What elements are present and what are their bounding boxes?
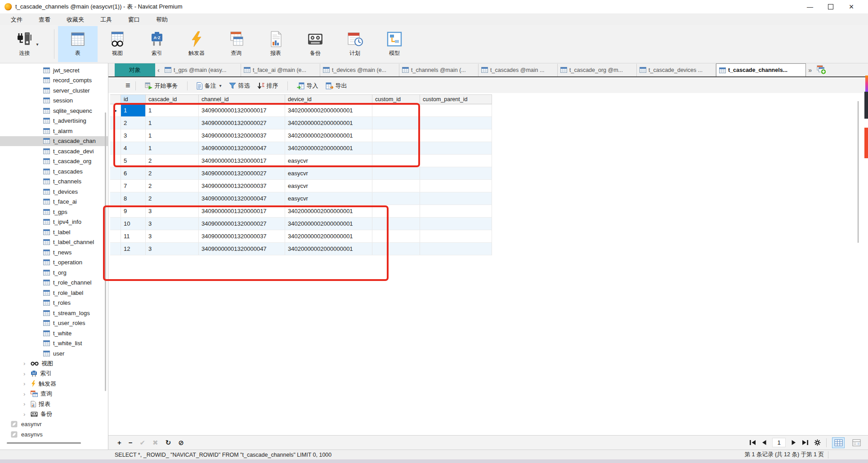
sidebar-table-t_roles[interactable]: t_roles	[0, 298, 108, 308]
tab-objects[interactable]: 对象	[115, 63, 155, 76]
cell[interactable]: 34090000001320000037	[199, 180, 285, 192]
sidebar-connection-easynvs[interactable]: easynvs	[0, 429, 108, 440]
sidebar-table-t_operation[interactable]: t_operation	[0, 258, 108, 268]
sidebar-group-报表[interactable]: ›报表	[0, 399, 108, 410]
cell[interactable]: 8	[121, 192, 146, 205]
grid-menu-icon[interactable]: ≡	[125, 81, 130, 90]
prev-page-button[interactable]	[761, 440, 767, 445]
refresh-button[interactable]: ↻	[166, 439, 171, 447]
new-tab-button[interactable]	[817, 65, 827, 75]
cell[interactable]: 34090000001320000047	[199, 142, 285, 155]
stop-button[interactable]: ⊘	[178, 439, 184, 447]
first-page-button[interactable]	[749, 440, 756, 445]
cell[interactable]: easycvr	[285, 155, 372, 167]
sidebar-table-t_cascade_org[interactable]: t_cascade_org	[0, 156, 108, 167]
cell[interactable]: 34090000001320000017	[199, 155, 285, 167]
grid-view-toggle[interactable]	[832, 437, 845, 448]
row-gutter[interactable]	[110, 243, 121, 255]
sidebar-table-session[interactable]: session	[0, 96, 108, 106]
menu-tools[interactable]: 工具	[92, 14, 120, 25]
cell[interactable]	[372, 155, 420, 167]
sidebar-table-t_stream_logs[interactable]: t_stream_logs	[0, 308, 108, 318]
menu-file[interactable]: 文件	[3, 14, 31, 25]
export-button[interactable]: 导出	[322, 82, 351, 90]
add-record-button[interactable]: +	[117, 439, 121, 446]
cell[interactable]: 2	[146, 192, 199, 205]
scroll-tabs-left-icon[interactable]: ‹	[155, 66, 162, 74]
toolbar-button-report[interactable]: 报表	[256, 26, 295, 62]
tab-4[interactable]: t_channels @main (...	[399, 64, 479, 76]
cell[interactable]	[420, 205, 492, 218]
cell[interactable]: 34090000001320000017	[199, 104, 285, 117]
sidebar-table-t_advertising[interactable]: t_advertising	[0, 116, 108, 126]
sidebar-connection-easynvr[interactable]: easynvr	[0, 419, 108, 430]
cell[interactable]: 2	[146, 167, 199, 180]
toolbar-button-table[interactable]: 表	[58, 26, 98, 62]
sidebar-table-t_label_channel[interactable]: t_label_channel	[0, 237, 108, 248]
sidebar-vertical-scrollbar[interactable]	[105, 112, 106, 391]
sidebar-table-t_cascade_devi[interactable]: t_cascade_devi	[0, 146, 108, 156]
cell[interactable]: 3	[146, 218, 199, 230]
cell[interactable]: 9	[121, 205, 146, 218]
apply-changes-button[interactable]: ✔	[140, 439, 146, 447]
cell[interactable]: 2	[146, 155, 199, 167]
cell[interactable]: 34090000001320000017	[199, 205, 285, 218]
sidebar-table-record_compts[interactable]: record_compts	[0, 76, 108, 86]
sidebar-table-jwt_secret[interactable]: jwt_secret	[0, 65, 108, 76]
cell[interactable]	[420, 243, 492, 255]
column-header-device_id[interactable]: device_id	[285, 94, 372, 104]
column-header-cascade_id[interactable]: cascade_id	[146, 94, 199, 104]
connection-button[interactable]: 连接▾	[4, 26, 50, 62]
row-gutter[interactable]	[110, 142, 121, 155]
toolbar-button-view[interactable]: 视图	[98, 26, 137, 62]
cell[interactable]: 12	[121, 243, 146, 255]
cell[interactable]: 2	[121, 117, 146, 129]
cell[interactable]: 34090000001320000027	[199, 218, 285, 230]
row-gutter[interactable]	[110, 192, 121, 205]
next-page-button[interactable]	[791, 440, 796, 445]
sidebar-table-t_channels[interactable]: t_channels	[0, 177, 108, 187]
row-gutter[interactable]	[110, 129, 121, 142]
cell[interactable]	[420, 155, 492, 167]
cell[interactable]	[372, 243, 420, 255]
menu-favorites[interactable]: 收藏夹	[58, 14, 92, 25]
cell[interactable]: 34090000001320000047	[199, 243, 285, 255]
sidebar-group-索引[interactable]: ›A·Z索引	[0, 369, 108, 379]
cell[interactable]: 3	[146, 243, 199, 255]
cell[interactable]	[420, 167, 492, 180]
sidebar-table-user[interactable]: user	[0, 348, 108, 359]
cell[interactable]: 34020000002000000001	[285, 142, 372, 155]
cell[interactable]: 1	[146, 142, 199, 155]
tab-3[interactable]: t_devices @main (e...	[320, 64, 399, 76]
tab-1[interactable]: t_gps @main (easy...	[162, 64, 241, 76]
cell[interactable]: 3	[146, 205, 199, 218]
cell[interactable]: 34020000002000000001	[285, 104, 372, 117]
grid-vertical-scrollbar[interactable]	[858, 101, 859, 243]
cell[interactable]: 34020000002000000001	[285, 129, 372, 142]
cell[interactable]	[420, 104, 492, 117]
cell[interactable]: 1	[146, 117, 199, 129]
sidebar-table-t_ipv4_info[interactable]: t_ipv4_info	[0, 217, 108, 227]
cell[interactable]: 1	[146, 104, 199, 117]
cell[interactable]: 3	[121, 129, 146, 142]
form-view-toggle[interactable]	[850, 437, 863, 448]
row-gutter[interactable]: ▶	[110, 104, 121, 117]
close-button[interactable]: ×	[841, 0, 862, 13]
filter-button[interactable]: 筛选	[225, 82, 254, 90]
minimize-button[interactable]: —	[800, 0, 820, 13]
toolbar-button-backup[interactable]: 备份	[295, 26, 335, 62]
cell[interactable]: 7	[121, 180, 146, 192]
sidebar-group-查询[interactable]: ›查询	[0, 389, 108, 399]
cell[interactable]	[420, 218, 492, 230]
page-settings-gear-icon[interactable]	[814, 439, 821, 446]
cell[interactable]: 5	[121, 155, 146, 167]
cell[interactable]: 34090000001320000037	[199, 129, 285, 142]
page-number-input[interactable]	[772, 438, 786, 447]
sidebar-table-t_face_ai[interactable]: t_face_ai	[0, 197, 108, 207]
tab-7[interactable]: t_cascade_devices ...	[637, 64, 716, 76]
maximize-button[interactable]	[820, 0, 841, 13]
cell[interactable]: 4	[121, 142, 146, 155]
toolbar-button-model[interactable]: 模型	[375, 26, 414, 62]
cell[interactable]	[372, 205, 420, 218]
toolbar-button-query[interactable]: 查询	[216, 26, 256, 62]
